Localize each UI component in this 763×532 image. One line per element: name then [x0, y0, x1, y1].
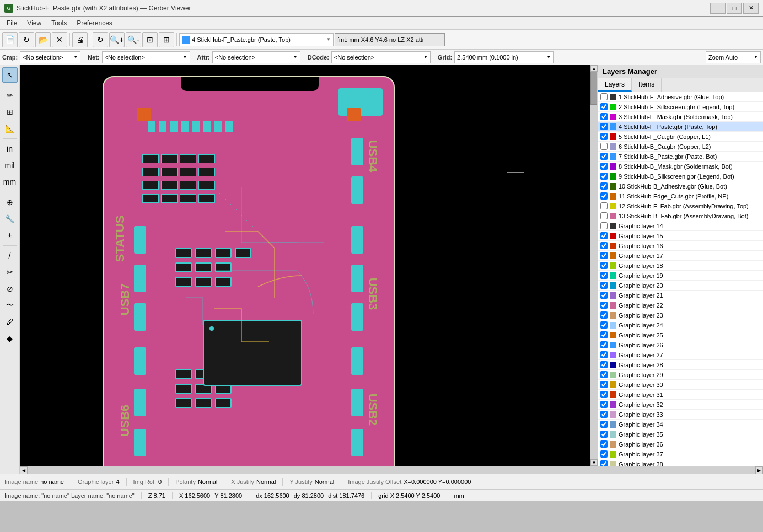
layer-checkbox-11[interactable]	[600, 192, 608, 200]
layer-checkbox-24[interactable]	[600, 321, 608, 329]
layer-item-38[interactable]: Graphic layer 38	[598, 459, 763, 466]
print-button[interactable]: 🖨	[72, 32, 88, 47]
scroll-thumb[interactable]	[590, 72, 597, 105]
layer-item-32[interactable]: Graphic layer 32	[598, 400, 763, 410]
line-tool[interactable]: /	[2, 248, 18, 264]
layer-checkbox-28[interactable]	[600, 361, 608, 368]
layer-checkbox-6[interactable]	[600, 143, 608, 150]
zoom-in-button[interactable]: 🔍+	[109, 32, 125, 47]
layer-checkbox-38[interactable]	[600, 460, 608, 466]
layer-checkbox-21[interactable]	[600, 292, 608, 299]
layer-checkbox-32[interactable]	[600, 401, 608, 408]
layer-checkbox-13[interactable]	[600, 212, 608, 219]
menu-view[interactable]: View	[23, 18, 46, 28]
layer-item-4[interactable]: 4 StickHub-F_Paste.gbr (Paste, Top)	[598, 122, 763, 132]
layer-item-16[interactable]: Graphic layer 16	[598, 241, 763, 251]
cmp-dropdown[interactable]: <No selection> ▼	[20, 51, 80, 63]
menu-file[interactable]: File	[2, 18, 22, 28]
menu-tools[interactable]: Tools	[47, 18, 71, 28]
grid-dropdown[interactable]: 2.5400 mm (0.1000 in) ▼	[454, 51, 554, 63]
layer-item-36[interactable]: Graphic layer 36	[598, 439, 763, 449]
layer-item-31[interactable]: Graphic layer 31	[598, 390, 763, 400]
layer-item-3[interactable]: 3 StickHub-F_Mask.gbr (Soldermask, Top)	[598, 112, 763, 122]
layer-item-21[interactable]: Graphic layer 21	[598, 291, 763, 300]
tab-items[interactable]: Items	[632, 78, 662, 92]
layer-checkbox-34[interactable]	[600, 421, 608, 428]
minimize-button[interactable]: —	[710, 3, 726, 14]
zoom-out-button[interactable]: 🔍-	[126, 32, 141, 47]
layer-item-15[interactable]: Graphic layer 15	[598, 231, 763, 241]
layer-item-10[interactable]: 10 StickHub-B_Adhesive.gbr (Glue, Bot)	[598, 181, 763, 191]
layer-checkbox-14[interactable]	[600, 222, 608, 229]
layer-checkbox-5[interactable]	[600, 133, 608, 140]
layer-checkbox-31[interactable]	[600, 391, 608, 398]
layer-item-26[interactable]: Graphic layer 26	[598, 340, 763, 350]
maximize-button[interactable]: □	[727, 3, 742, 14]
layer-checkbox-36[interactable]	[600, 440, 608, 448]
layer-item-8[interactable]: 8 StickHub-B_Mask.gbr (Soldermask, Bot)	[598, 162, 763, 171]
layer-checkbox-30[interactable]	[600, 381, 608, 388]
layers-list[interactable]: 1 StickHub-F_Adhesive.gbr (Glue, Top)2 S…	[598, 92, 763, 466]
menu-preferences[interactable]: Preferences	[72, 18, 117, 28]
zoom-dropdown[interactable]: Zoom Auto ▼	[706, 51, 761, 63]
eraser-tool[interactable]: ⊘	[2, 281, 18, 297]
layer-checkbox-15[interactable]	[600, 232, 608, 239]
layer-checkbox-12[interactable]	[600, 202, 608, 209]
window-controls[interactable]: — □ ✕	[710, 3, 759, 14]
scroll-up-arrow[interactable]: ▲	[590, 65, 598, 72]
zoom-fit-button[interactable]: ⊡	[142, 32, 158, 47]
zoom-area-button[interactable]: ⊞	[159, 32, 174, 47]
layer-checkbox-10[interactable]	[600, 182, 608, 190]
diff-tool[interactable]: ±	[2, 228, 18, 243]
load-button[interactable]: 📂	[35, 32, 51, 47]
mil-tool[interactable]: mil	[2, 158, 18, 173]
layer-item-22[interactable]: Graphic layer 22	[598, 300, 763, 310]
layer-item-12[interactable]: 12 StickHub-F_Fab.gbr (AssemblyDrawing, …	[598, 201, 763, 211]
layer-checkbox-17[interactable]	[600, 252, 608, 259]
layer-checkbox-9[interactable]	[600, 173, 608, 180]
layer-item-2[interactable]: 2 StickHub-F_Silkscreen.gbr (Legend, Top…	[598, 102, 763, 112]
wave-tool[interactable]: 〜	[2, 298, 18, 313]
pcb-canvas-area[interactable]: STATUS USB7 USB6 USB4 US	[20, 65, 590, 466]
layer-checkbox-2[interactable]	[600, 103, 608, 110]
inch-tool[interactable]: in	[2, 141, 18, 157]
component-tool[interactable]: 🔧	[2, 211, 18, 227]
layer-item-1[interactable]: 1 StickHub-F_Adhesive.gbr (Glue, Top)	[598, 92, 763, 102]
layer-item-24[interactable]: Graphic layer 24	[598, 320, 763, 330]
layer-checkbox-29[interactable]	[600, 371, 608, 378]
layer-item-18[interactable]: Graphic layer 18	[598, 261, 763, 271]
grid-tool[interactable]: ⊞	[2, 104, 18, 120]
layer-item-14[interactable]: Graphic layer 14	[598, 221, 763, 231]
scroll-right-arrow[interactable]: ▶	[755, 466, 763, 474]
layer-checkbox-33[interactable]	[600, 411, 608, 418]
scroll-left-arrow[interactable]: ◀	[20, 466, 28, 474]
layer-checkbox-18[interactable]	[600, 262, 608, 269]
mm-tool[interactable]: mm	[2, 174, 18, 190]
reload-button[interactable]: ↻	[19, 32, 34, 47]
layer-checkbox-35[interactable]	[600, 431, 608, 438]
file-selector-dropdown[interactable]: 4 StickHub-F_Paste.gbr (Paste, Top) ▼	[179, 33, 334, 46]
pen-tool[interactable]: 🖊	[2, 314, 18, 330]
ruler-tool[interactable]: 📐	[2, 121, 18, 136]
attr-dropdown[interactable]: <No selection> ▼	[212, 51, 300, 63]
layer-item-20[interactable]: Graphic layer 20	[598, 281, 763, 291]
cut-tool[interactable]: ✂	[2, 265, 18, 280]
layer-item-37[interactable]: Graphic layer 37	[598, 449, 763, 459]
dcode-dropdown[interactable]: <No selection> ▼	[331, 51, 431, 63]
layer-item-23[interactable]: Graphic layer 23	[598, 310, 763, 320]
layer-item-30[interactable]: Graphic layer 30	[598, 380, 763, 390]
layer-item-25[interactable]: Graphic layer 25	[598, 330, 763, 340]
layer-item-33[interactable]: Graphic layer 33	[598, 410, 763, 420]
layer-checkbox-26[interactable]	[600, 341, 608, 348]
layer-checkbox-4[interactable]	[600, 123, 608, 130]
layer-item-6[interactable]: 6 StickHub-B_Cu.gbr (Copper, L2)	[598, 142, 763, 152]
canvas-hscrollbar[interactable]: ◀ ▶	[20, 466, 763, 474]
close-file-button[interactable]: ✕	[52, 32, 67, 47]
canvas-vscrollbar[interactable]: ▲ ▼	[590, 65, 598, 466]
layer-item-17[interactable]: Graphic layer 17	[598, 251, 763, 261]
layer-checkbox-22[interactable]	[600, 302, 608, 309]
new-button[interactable]: 📄	[2, 32, 18, 47]
layer-checkbox-7[interactable]	[600, 153, 608, 160]
layer-checkbox-23[interactable]	[600, 311, 608, 319]
layer-checkbox-20[interactable]	[600, 282, 608, 289]
